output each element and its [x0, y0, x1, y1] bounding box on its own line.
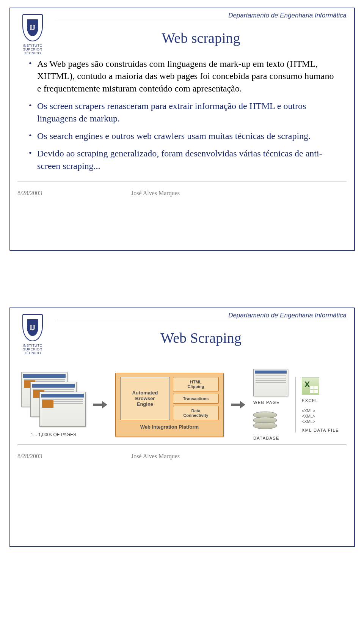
bullet-item: Devido ao scraping generalizado, foram d…	[29, 147, 335, 172]
logo-monogram: Ĳ	[27, 19, 38, 36]
footer-date: 8/28/2003	[17, 453, 63, 460]
web-integration-platform-box: Automated Browser Engine HTML Clipping T…	[115, 373, 224, 437]
xml-tags-icon: <XML> <XML> <XML>	[302, 408, 315, 424]
slide-title: Web Scraping	[55, 330, 347, 346]
data-connectivity-box: Data Connectivity	[173, 406, 219, 420]
arrow-right-icon	[231, 401, 246, 408]
institution-logo: Ĳ INSTITUTO SUPERIOR TÉCNICO	[17, 14, 48, 55]
institution-logo: Ĳ INSTITUTO SUPERIOR TÉCNICO	[17, 314, 48, 355]
bullet-list: As Web pages são construídas com linguag…	[17, 58, 347, 172]
transactions-box: Transactions	[173, 394, 219, 404]
slide-footer: 8/28/2003 José Alves Marques	[17, 190, 347, 197]
header-divider	[55, 21, 347, 22]
web-pages-stack-icon	[21, 372, 86, 429]
slide-2: Ĳ INSTITUTO SUPERIOR TÉCNICO Departament…	[9, 308, 355, 547]
web-scraping-diagram: 1... 1,000s OF PAGES Automated Browser E…	[17, 358, 347, 444]
logo-text-line-2: SUPERIOR	[23, 47, 42, 51]
header-divider	[55, 321, 347, 322]
footer-divider	[17, 181, 347, 182]
html-clipping-box: HTML Clipping	[173, 377, 219, 391]
department-header: Departamento de Engenharia Informática	[55, 12, 347, 19]
department-header: Departamento de Engenharia Informática	[55, 312, 347, 319]
logo-text-line-3: TÉCNICO	[24, 51, 41, 55]
bullet-item: As Web pages são construídas com linguag…	[29, 58, 335, 95]
database-label: DATABASE	[253, 436, 279, 440]
platform-label: Web Integration Platform	[140, 424, 199, 430]
footer-author: José Alves Marques	[78, 453, 347, 460]
logo-text-line-3: TÉCNICO	[24, 351, 41, 355]
slide-1: Ĳ INSTITUTO SUPERIOR TÉCNICO Departament…	[9, 8, 355, 251]
slide-title: Web scraping	[55, 30, 347, 46]
logo-monogram: Ĳ	[27, 319, 38, 336]
excel-icon	[302, 377, 319, 394]
web-page-icon	[253, 369, 288, 396]
xml-file-label: XML DATA FILE	[302, 428, 339, 432]
database-icon	[253, 412, 276, 432]
bullet-item: Os screen scrapers renasceram para extra…	[29, 100, 335, 125]
web-page-label: WEB PAGE	[253, 400, 280, 405]
footer-divider	[17, 444, 347, 445]
logo-shield-icon: Ĳ	[22, 14, 43, 41]
logo-text-line-2: SUPERIOR	[23, 347, 42, 351]
bullet-item: Os search engines e outros web crawlers …	[29, 130, 335, 142]
pages-caption: 1... 1,000s OF PAGES	[31, 432, 76, 437]
logo-text-line-1: INSTITUTO	[23, 344, 42, 347]
automated-browser-engine-box: Automated Browser Engine	[120, 377, 170, 420]
footer-date: 8/28/2003	[17, 190, 63, 197]
arrow-right-icon	[93, 401, 108, 408]
logo-text-line-1: INSTITUTO	[23, 44, 42, 47]
footer-author: José Alves Marques	[78, 190, 347, 197]
slide-footer: 8/28/2003 José Alves Marques	[17, 453, 347, 460]
logo-shield-icon: Ĳ	[22, 314, 43, 341]
excel-label: EXCEL	[302, 398, 318, 403]
